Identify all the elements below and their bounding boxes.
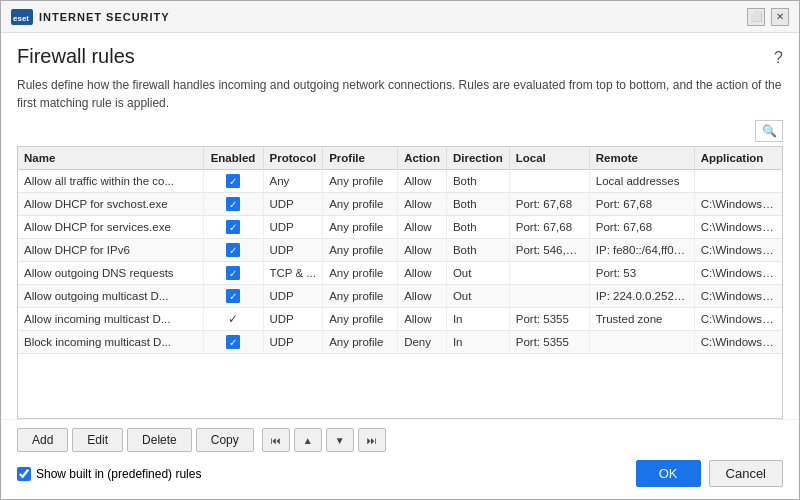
table-row[interactable]: Allow outgoing DNS requests ✓ TCP & ... … bbox=[18, 262, 782, 285]
cell-profile: Any profile bbox=[323, 285, 398, 308]
cell-action: Allow bbox=[398, 193, 447, 216]
col-header-direction: Direction bbox=[446, 147, 509, 170]
table-row[interactable]: Allow DHCP for IPv6 ✓ UDP Any profile Al… bbox=[18, 239, 782, 262]
table-row[interactable]: Allow incoming multicast D... ✓ UDP Any … bbox=[18, 308, 782, 331]
cell-remote: Port: 53 bbox=[589, 262, 694, 285]
cell-protocol: Any bbox=[263, 170, 323, 193]
add-button[interactable]: Add bbox=[17, 428, 68, 452]
cell-remote: Port: 67,68 bbox=[589, 193, 694, 216]
cell-direction: Both bbox=[446, 239, 509, 262]
table-row[interactable]: Allow outgoing multicast D... ✓ UDP Any … bbox=[18, 285, 782, 308]
cell-action: Allow bbox=[398, 262, 447, 285]
table-row[interactable]: Allow DHCP for services.exe ✓ UDP Any pr… bbox=[18, 216, 782, 239]
cancel-button[interactable]: Cancel bbox=[709, 460, 783, 487]
enabled-checkbox: ✓ bbox=[228, 312, 238, 326]
cell-local: Port: 5355 bbox=[509, 331, 589, 354]
cell-application: C:\Windows\sy bbox=[694, 285, 782, 308]
show-built-in-text: Show built in (predefined) rules bbox=[36, 467, 201, 481]
cell-remote: IP: fe80::/64,ff02:... bbox=[589, 239, 694, 262]
show-built-in-checkbox[interactable] bbox=[17, 467, 31, 481]
edit-button[interactable]: Edit bbox=[72, 428, 123, 452]
cell-local bbox=[509, 262, 589, 285]
action-buttons: Add Edit Delete Copy bbox=[17, 428, 254, 452]
rules-table-container: Name Enabled Protocol Profile Action Dir… bbox=[17, 146, 783, 419]
cell-application: C:\Windows\sy bbox=[694, 262, 782, 285]
col-header-action: Action bbox=[398, 147, 447, 170]
enabled-checkbox: ✓ bbox=[226, 243, 240, 257]
cell-remote bbox=[589, 331, 694, 354]
cell-local bbox=[509, 170, 589, 193]
footer-left: Add Edit Delete Copy ⏮ ▲ ▼ ⏭ bbox=[17, 428, 386, 452]
enabled-checkbox: ✓ bbox=[226, 289, 240, 303]
rules-table: Name Enabled Protocol Profile Action Dir… bbox=[18, 147, 782, 354]
cell-application: C:\Windows\sy bbox=[694, 308, 782, 331]
help-icon[interactable]: ? bbox=[774, 49, 783, 67]
firewall-rules-dialog: eset INTERNET SECURITY ⬜ ✕ Firewall rule… bbox=[0, 0, 800, 500]
col-header-remote: Remote bbox=[589, 147, 694, 170]
col-header-protocol: Protocol bbox=[263, 147, 323, 170]
delete-button[interactable]: Delete bbox=[127, 428, 192, 452]
col-header-name: Name bbox=[18, 147, 203, 170]
copy-button[interactable]: Copy bbox=[196, 428, 254, 452]
cell-name: Allow all traffic within the co... bbox=[18, 170, 203, 193]
show-built-in-label[interactable]: Show built in (predefined) rules bbox=[17, 467, 201, 481]
nav-last-button[interactable]: ⏭ bbox=[358, 428, 386, 452]
cell-protocol: UDP bbox=[263, 239, 323, 262]
cell-profile: Any profile bbox=[323, 216, 398, 239]
cell-remote: Trusted zone bbox=[589, 308, 694, 331]
cell-action: Allow bbox=[398, 170, 447, 193]
cell-profile: Any profile bbox=[323, 193, 398, 216]
nav-down-button[interactable]: ▼ bbox=[326, 428, 354, 452]
close-button[interactable]: ✕ bbox=[771, 8, 789, 26]
cell-enabled: ✓ bbox=[203, 170, 263, 193]
cell-profile: Any profile bbox=[323, 308, 398, 331]
window-controls: ⬜ ✕ bbox=[747, 8, 789, 26]
cell-enabled: ✓ bbox=[203, 262, 263, 285]
cell-direction: In bbox=[446, 331, 509, 354]
cell-profile: Any profile bbox=[323, 239, 398, 262]
enabled-checkbox: ✓ bbox=[226, 335, 240, 349]
enabled-checkbox: ✓ bbox=[226, 197, 240, 211]
rules-table-body: Allow all traffic within the co... ✓ Any… bbox=[18, 170, 782, 354]
cell-profile: Any profile bbox=[323, 331, 398, 354]
col-header-profile: Profile bbox=[323, 147, 398, 170]
cell-application: C:\Windows\sy bbox=[694, 193, 782, 216]
nav-buttons: ⏮ ▲ ▼ ⏭ bbox=[262, 428, 386, 452]
cell-remote: IP: 224.0.0.252,ff... bbox=[589, 285, 694, 308]
cell-application bbox=[694, 170, 782, 193]
cell-action: Allow bbox=[398, 216, 447, 239]
cell-name: Allow outgoing DNS requests bbox=[18, 262, 203, 285]
cell-direction: Both bbox=[446, 170, 509, 193]
dialog-description: Rules define how the firewall handles in… bbox=[1, 76, 799, 120]
cell-enabled: ✓ bbox=[203, 285, 263, 308]
enabled-checkbox: ✓ bbox=[226, 266, 240, 280]
table-row[interactable]: Allow DHCP for svchost.exe ✓ UDP Any pro… bbox=[18, 193, 782, 216]
cell-enabled: ✓ bbox=[203, 331, 263, 354]
table-row[interactable]: Allow all traffic within the co... ✓ Any… bbox=[18, 170, 782, 193]
enabled-checkbox: ✓ bbox=[226, 220, 240, 234]
search-button[interactable]: 🔍 bbox=[755, 120, 783, 142]
cell-profile: Any profile bbox=[323, 262, 398, 285]
svg-text:eset: eset bbox=[13, 14, 29, 23]
cell-protocol: UDP bbox=[263, 193, 323, 216]
search-bar: 🔍 bbox=[1, 120, 799, 146]
cell-direction: Both bbox=[446, 216, 509, 239]
cell-application: C:\Windows\sy bbox=[694, 239, 782, 262]
nav-up-button[interactable]: ▲ bbox=[294, 428, 322, 452]
nav-first-button[interactable]: ⏮ bbox=[262, 428, 290, 452]
cell-enabled: ✓ bbox=[203, 239, 263, 262]
page-title: Firewall rules bbox=[17, 45, 135, 68]
col-header-local: Local bbox=[509, 147, 589, 170]
cell-direction: Out bbox=[446, 285, 509, 308]
cell-protocol: TCP & ... bbox=[263, 262, 323, 285]
ok-button[interactable]: OK bbox=[636, 460, 701, 487]
cell-enabled: ✓ bbox=[203, 216, 263, 239]
rules-table-scroll[interactable]: Name Enabled Protocol Profile Action Dir… bbox=[18, 147, 782, 418]
cell-local: Port: 546,547 bbox=[509, 239, 589, 262]
restore-button[interactable]: ⬜ bbox=[747, 8, 765, 26]
app-logo-area: eset INTERNET SECURITY bbox=[11, 9, 747, 25]
cell-action: Allow bbox=[398, 285, 447, 308]
cell-application: C:\Windows\sy bbox=[694, 216, 782, 239]
table-row[interactable]: Block incoming multicast D... ✓ UDP Any … bbox=[18, 331, 782, 354]
cell-name: Allow incoming multicast D... bbox=[18, 308, 203, 331]
